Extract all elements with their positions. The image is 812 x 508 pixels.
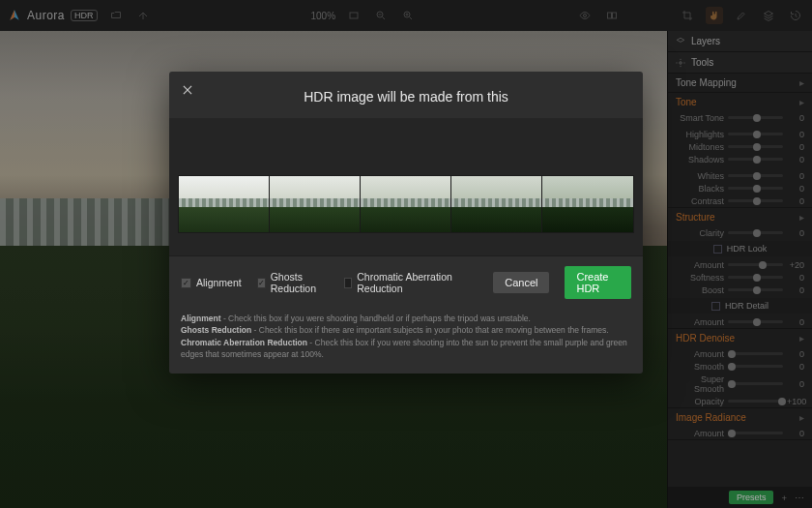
alignment-checkbox[interactable]: ✓Alignment bbox=[181, 277, 242, 288]
bracket-thumb[interactable] bbox=[542, 176, 633, 232]
cancel-button[interactable]: Cancel bbox=[493, 272, 549, 293]
ghosts-checkbox[interactable]: ✓Ghosts Reduction bbox=[257, 271, 329, 294]
close-icon[interactable] bbox=[181, 83, 196, 99]
dialog-hints: Alignment - Check this box if you were s… bbox=[169, 305, 643, 374]
bracket-thumb[interactable] bbox=[451, 176, 542, 232]
bracket-thumb[interactable] bbox=[179, 176, 270, 232]
bracket-thumb[interactable] bbox=[361, 176, 451, 232]
dialog-options: ✓Alignment ✓Ghosts Reduction Chromatic A… bbox=[169, 255, 643, 305]
bracket-thumb[interactable] bbox=[270, 176, 361, 232]
create-hdr-button[interactable]: Create HDR bbox=[565, 266, 631, 299]
hdr-create-dialog: HDR image will be made from this ✓Alignm… bbox=[169, 72, 643, 374]
chromatic-checkbox[interactable]: Chromatic Aberration Reduction bbox=[344, 271, 463, 294]
dialog-title: HDR image will be made from this bbox=[169, 72, 643, 118]
bracket-preview bbox=[169, 118, 643, 255]
